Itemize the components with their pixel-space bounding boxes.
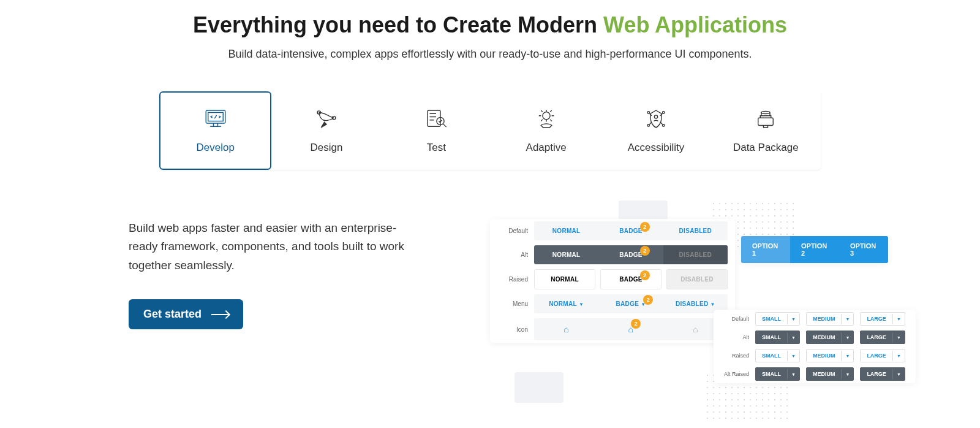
- option-3-tab[interactable]: OPTION 3: [839, 236, 888, 263]
- page-title: Everything you need to Create Modern Web…: [123, 12, 858, 38]
- small-split-button[interactable]: SMALL▼: [755, 312, 800, 326]
- tab-adaptive[interactable]: Adaptive: [491, 91, 601, 170]
- chevron-down-icon: ▼: [892, 332, 905, 343]
- disabled-button: DISABLED: [666, 269, 728, 289]
- table-row: Alt NORMAL BADGE2 DISABLED: [490, 243, 735, 267]
- small-split-button[interactable]: SMALL▼: [755, 349, 800, 362]
- chevron-down-icon: ▼: [787, 351, 799, 361]
- feature-tabs: Develop Design Test Adaptive Accessibili…: [159, 91, 821, 170]
- badge-count: 2: [640, 246, 650, 256]
- button-segment: NORMAL BADGE2 DISABLED: [534, 221, 728, 240]
- disabled-button: DISABLED: [663, 221, 728, 240]
- tab-label: Design: [311, 142, 343, 154]
- table-row: Raised SMALL▼ MEDIUM▼ LARGE▼: [714, 346, 916, 365]
- svg-point-7: [654, 115, 657, 118]
- tab-label: Accessibility: [628, 142, 685, 154]
- page-subtitle: Build data-intensive, complex apps effor…: [123, 48, 858, 61]
- page-container: Everything you need to Create Modern Web…: [123, 0, 858, 342]
- table-row: Raised NORMAL BADGE2 DISABLED: [490, 267, 735, 292]
- content-area: Build web apps faster and easier with an…: [123, 170, 858, 329]
- home-icon: ⌂: [693, 324, 698, 334]
- tab-develop[interactable]: Develop: [159, 91, 271, 170]
- table-row: Alt SMALL▼ MEDIUM▼ LARGE▼: [714, 328, 916, 346]
- button-segment: NORMAL BADGE2 DISABLED: [534, 269, 728, 289]
- row-label: Alt: [497, 251, 528, 258]
- button-segment: ⌂ ⌂2 ⌂: [534, 318, 728, 340]
- home-icon-button[interactable]: ⌂: [534, 318, 598, 340]
- option-2-tab[interactable]: OPTION 2: [790, 236, 839, 263]
- svg-point-10: [647, 124, 650, 127]
- table-row: Default NORMAL BADGE2 DISABLED: [490, 219, 735, 243]
- svg-rect-12: [758, 118, 774, 125]
- arrow-right-icon: [211, 314, 228, 315]
- normal-button[interactable]: NORMAL: [534, 269, 595, 289]
- badge-count: 2: [643, 295, 653, 305]
- badge-button[interactable]: BADGE2: [598, 245, 663, 264]
- large-split-button[interactable]: LARGE▼: [860, 312, 905, 326]
- tab-label: Data Package: [733, 142, 799, 154]
- row-label: Icon: [497, 326, 528, 333]
- option-tabs: OPTION 1 OPTION 2 OPTION 3: [741, 236, 888, 263]
- row-label: Default: [497, 227, 528, 234]
- tab-accessibility[interactable]: Accessibility: [601, 91, 710, 170]
- badge-menu-button[interactable]: BADGE▼2: [598, 294, 663, 313]
- small-split-button[interactable]: SMALL▼: [755, 367, 800, 381]
- badge-count: 2: [640, 270, 650, 280]
- badge-count: 2: [631, 319, 641, 329]
- accessibility-icon: [643, 107, 669, 131]
- row-label: Menu: [497, 300, 528, 307]
- large-split-button[interactable]: LARGE▼: [860, 331, 905, 344]
- large-split-button[interactable]: LARGE▼: [860, 367, 905, 381]
- badge-count: 2: [640, 222, 650, 232]
- design-icon: [314, 107, 339, 131]
- large-split-button[interactable]: LARGE▼: [860, 349, 905, 362]
- row-label: Raised: [497, 276, 528, 283]
- medium-split-button[interactable]: MEDIUM▼: [806, 312, 854, 326]
- chevron-down-icon: ▼: [841, 369, 853, 380]
- badge-button[interactable]: BADGE2: [598, 221, 663, 240]
- chevron-down-icon: ▼: [892, 314, 905, 324]
- heading-main: Everything you need to Create Modern: [193, 12, 603, 37]
- medium-split-button[interactable]: MEDIUM▼: [806, 367, 854, 381]
- tab-data-package[interactable]: Data Package: [711, 91, 821, 170]
- tab-label: Adaptive: [526, 142, 567, 154]
- chevron-down-icon: ▼: [710, 302, 715, 307]
- svg-point-9: [662, 112, 665, 114]
- normal-menu-button[interactable]: NORMAL▼: [534, 294, 598, 313]
- table-row: Menu NORMAL▼ BADGE▼2 DISABLED▼: [490, 292, 735, 316]
- content-left: Build web apps faster and easier with an…: [123, 219, 417, 329]
- badge-button[interactable]: BADGE2: [600, 269, 662, 289]
- row-label: Raised: [720, 353, 749, 359]
- tab-test[interactable]: Test: [382, 91, 491, 170]
- cta-label: Get started: [143, 308, 202, 321]
- chevron-down-icon: ▼: [841, 314, 853, 324]
- decorative-block: [514, 372, 564, 403]
- svg-point-8: [647, 112, 650, 114]
- chevron-down-icon: ▼: [579, 302, 584, 307]
- chevron-down-icon: ▼: [892, 369, 905, 380]
- tab-design[interactable]: Design: [271, 91, 381, 170]
- medium-split-button[interactable]: MEDIUM▼: [806, 331, 854, 344]
- get-started-button[interactable]: Get started: [129, 299, 243, 329]
- size-buttons-panel: Default SMALL▼ MEDIUM▼ LARGE▼ Alt SMALL▼…: [714, 310, 916, 383]
- table-row: Default SMALL▼ MEDIUM▼ LARGE▼: [714, 310, 916, 328]
- develop-icon: [203, 107, 228, 131]
- disabled-button: DISABLED: [663, 245, 728, 264]
- home-icon-badge-button[interactable]: ⌂2: [598, 318, 663, 340]
- tab-label: Test: [427, 142, 446, 154]
- chevron-down-icon: ▼: [787, 369, 799, 380]
- chevron-down-icon: ▼: [892, 351, 905, 361]
- small-split-button[interactable]: SMALL▼: [755, 331, 800, 344]
- option-1-tab[interactable]: OPTION 1: [741, 236, 790, 263]
- heading-accent: Web Applications: [603, 12, 787, 37]
- normal-button[interactable]: NORMAL: [534, 221, 598, 240]
- row-label: Alt: [720, 334, 749, 340]
- tab-label: Develop: [196, 142, 234, 154]
- medium-split-button[interactable]: MEDIUM▼: [806, 349, 854, 362]
- test-icon: [423, 107, 449, 131]
- data-package-icon: [753, 107, 778, 131]
- size-segment: SMALL▼ MEDIUM▼ LARGE▼: [755, 349, 910, 362]
- button-segment: NORMAL▼ BADGE▼2 DISABLED▼: [534, 294, 728, 313]
- size-segment: SMALL▼ MEDIUM▼ LARGE▼: [755, 367, 910, 381]
- normal-button[interactable]: NORMAL: [534, 245, 598, 264]
